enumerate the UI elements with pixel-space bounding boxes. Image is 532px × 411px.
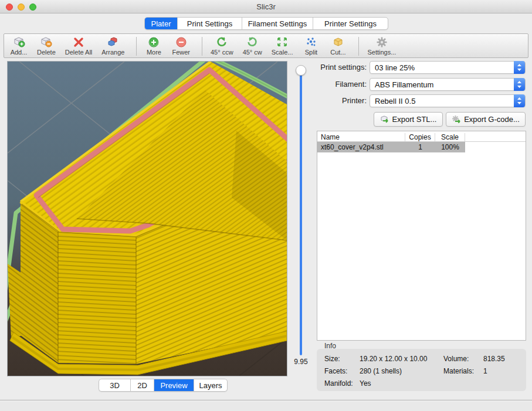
rotate-cw-icon [246, 36, 258, 48]
facets-label: Facets: [324, 367, 360, 375]
tab-plater[interactable]: Plater [145, 18, 178, 29]
gear-icon [376, 36, 388, 48]
object-table-header: Name Copies Scale [317, 131, 526, 142]
add-button[interactable]: Add... [10, 36, 28, 56]
fewer-copies-icon [175, 36, 187, 48]
3d-preview-canvas[interactable] [7, 61, 287, 376]
manifold-value: Yes [360, 379, 371, 388]
export-gcode-icon [452, 115, 460, 124]
more-button[interactable]: More [145, 36, 162, 56]
layer-slider-value: 9.95 [287, 358, 314, 366]
split-icon [305, 36, 317, 48]
tab-3d[interactable]: 3D [99, 379, 131, 391]
toolbar-separator [358, 37, 359, 56]
main-tab-strip: Plater Print Settings Filament Settings … [0, 13, 532, 33]
export-gcode-button[interactable]: Export G-code... [446, 112, 526, 127]
more-copies-icon [148, 36, 160, 48]
manifold-label: Manifold: [324, 379, 360, 388]
delete-object-icon [40, 36, 52, 48]
slic3r-window: Slic3r Plater Print Settings Filament Se… [0, 0, 532, 411]
delete-button[interactable]: Delete [37, 36, 56, 56]
tab-layers[interactable]: Layers [194, 379, 227, 391]
cut-icon [332, 36, 344, 48]
status-bar [0, 400, 532, 411]
stepper-arrows-icon [514, 94, 525, 107]
stepper-arrows-icon [514, 61, 525, 74]
layer-slider-knob[interactable] [296, 65, 306, 76]
facets-value: 280 (1 shells) [360, 367, 402, 375]
col-header-name[interactable]: Name [317, 133, 405, 141]
volume-value: 818.35 [483, 355, 505, 363]
cell-name: xt60_cover_v2p4.stl [317, 143, 405, 151]
filament-value: ABS Fillamentum [375, 80, 433, 89]
filament-label: Filament: [315, 80, 367, 89]
rotate-ccw-icon [216, 36, 228, 48]
toolbar-separator [202, 37, 202, 56]
plater-content: 9.95 3D 2D Preview Layers Print settings… [0, 59, 532, 400]
delete-all-button[interactable]: Delete All [65, 36, 92, 56]
delete-all-icon [73, 36, 84, 48]
tab-2d[interactable]: 2D [131, 379, 154, 391]
tab-preview[interactable]: Preview [154, 379, 194, 391]
settings-button[interactable]: Settings... [367, 36, 396, 56]
tab-print-settings[interactable]: Print Settings [178, 18, 242, 29]
print-settings-value: 03 line 25% [375, 63, 415, 72]
front-left-wall [58, 230, 136, 364]
filament-select[interactable]: ABS Fillamentum [370, 78, 526, 91]
export-stl-button[interactable]: Export STL... [374, 112, 443, 127]
add-object-icon [13, 36, 25, 48]
printer-select[interactable]: Rebell II 0.5 [370, 94, 526, 107]
tab-filament-settings[interactable]: Filament Settings [242, 18, 313, 29]
tab-printer-settings[interactable]: Printer Settings [313, 18, 388, 29]
table-row[interactable]: xt60_cover_v2p4.stl 1 100% [317, 142, 465, 152]
title-bar: Slic3r [0, 0, 532, 13]
info-box: Size: 19.20 x 12.00 x 10.00 Volume: 818.… [317, 349, 526, 391]
stepper-arrows-icon [514, 78, 525, 91]
col-header-copies[interactable]: Copies [405, 133, 435, 141]
printer-label: Printer: [315, 96, 367, 105]
layer-slider-track[interactable] [300, 74, 302, 355]
rotate-cw-button[interactable]: 45° cw [243, 36, 262, 56]
view-mode-tabs: 3D 2D Preview Layers [99, 379, 228, 392]
col-header-scale[interactable]: Scale [435, 133, 465, 141]
size-label: Size: [324, 355, 360, 363]
printer-value: Rebell II 0.5 [375, 97, 415, 106]
materials-value: 1 [483, 367, 487, 375]
export-stl-icon [380, 115, 389, 124]
arrange-button[interactable]: Arrange [101, 36, 124, 56]
rotate-ccw-button[interactable]: 45° ccw [211, 36, 233, 56]
cell-copies: 1 [405, 143, 435, 151]
object-list-table[interactable]: Name Copies Scale xt60_cover_v2p4.stl 1 … [317, 131, 526, 341]
print-settings-label: Print settings: [315, 63, 367, 72]
fewer-button[interactable]: Fewer [172, 36, 190, 56]
scale-icon [276, 36, 289, 48]
arrange-icon [107, 36, 120, 48]
split-button[interactable]: Split [302, 36, 320, 56]
print-settings-select[interactable]: 03 line 25% [370, 61, 526, 74]
cut-button[interactable]: Cut... [329, 36, 347, 56]
materials-label: Materials: [443, 367, 483, 375]
window-title: Slic3r [0, 2, 532, 11]
plater-toolbar: Add... Delete Delete All Arrange More [4, 33, 528, 58]
size-value: 19.20 x 12.00 x 10.00 [360, 355, 427, 363]
volume-label: Volume: [443, 355, 483, 363]
toolbar-separator [136, 37, 137, 56]
cell-scale: 100% [435, 143, 465, 151]
scale-button[interactable]: Scale... [272, 36, 293, 56]
layer-slider: 9.95 [287, 61, 314, 389]
